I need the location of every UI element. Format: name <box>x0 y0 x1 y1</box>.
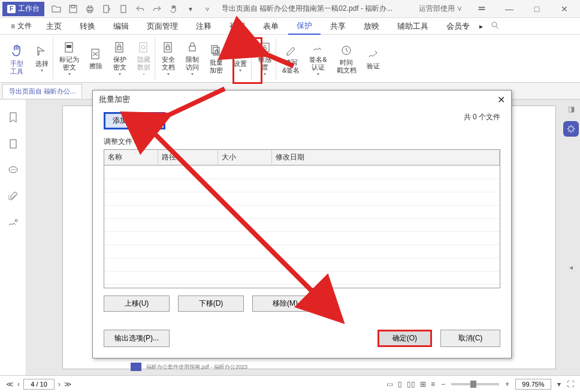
prev-page-icon[interactable]: ‹ <box>17 380 20 388</box>
dropdown-icon[interactable]: ▾ <box>186 4 195 14</box>
menu-home[interactable]: 主页 <box>38 19 70 34</box>
menu-view[interactable]: 视图 <box>221 19 253 34</box>
menu-scroll-right-icon[interactable]: ▸ <box>479 22 483 31</box>
ok-button[interactable]: 确定(O) <box>377 330 432 347</box>
view-two-cont-icon[interactable]: ⊞ <box>420 380 426 388</box>
dialog-close-icon[interactable]: ✕ <box>497 94 505 105</box>
page-icon[interactable] <box>119 4 128 14</box>
ribbon-safe-doc[interactable]: 安全 文档 ▾ <box>158 38 179 80</box>
settings-icon[interactable] <box>473 3 490 15</box>
move-down-button[interactable]: 下移(D) <box>178 295 244 312</box>
last-page-icon[interactable]: ≫ <box>64 380 72 388</box>
safe-doc-label: 安全 文档 <box>162 56 175 71</box>
ribbon: 手型 工具 选择 ▾ 标记为 密文 ▾ 擦除 保护 密文 ▾ 隐藏 数据 ▾ 安… <box>0 35 580 83</box>
verify-icon <box>366 47 380 61</box>
ribbon-erase[interactable]: 擦除 <box>85 38 107 80</box>
maximize-icon[interactable]: □ <box>528 3 545 15</box>
zoom-dropdown-icon[interactable]: ▾ <box>557 380 561 388</box>
file-count-label: 共 0 个文件 <box>464 112 500 122</box>
brand-text: 工作台 <box>18 4 40 14</box>
output-options-button[interactable]: 输出选项(P)... <box>104 330 170 347</box>
fullscreen-icon[interactable]: ⛶ <box>567 380 574 388</box>
save-icon[interactable] <box>68 4 78 14</box>
menu-assist[interactable]: 辅助工具 <box>389 19 437 34</box>
menu-edit[interactable]: 编辑 <box>105 19 137 34</box>
ribbon-hand-tool[interactable]: 手型 工具 <box>5 38 29 80</box>
verify-label: 验证 <box>367 62 380 70</box>
ribbon-protect-secret[interactable]: 保护 密文 ▾ <box>109 38 131 80</box>
ribbon-timestamp[interactable]: 时间 戳文档 <box>333 38 360 80</box>
menu-protect[interactable]: 保护 <box>288 18 321 35</box>
menu-form[interactable]: 表单 <box>255 19 287 34</box>
redo-icon[interactable] <box>152 4 162 14</box>
first-page-icon[interactable]: ≪ <box>6 380 14 388</box>
dialog-titlebar: 批量加密 ✕ <box>93 91 511 108</box>
svg-rect-15 <box>140 43 147 52</box>
col-path[interactable]: 路径 <box>158 150 218 165</box>
page-input[interactable] <box>23 379 55 390</box>
hand-icon[interactable] <box>169 4 179 14</box>
bookmark-icon[interactable] <box>7 111 19 123</box>
menu-page-manage[interactable]: 页面管理 <box>138 19 186 34</box>
signatures-icon[interactable] <box>7 217 19 229</box>
ribbon-batch-encrypt[interactable]: 批量 加密 <box>206 38 227 80</box>
next-page-icon[interactable]: › <box>58 380 61 388</box>
file-menu[interactable]: ≡ 文件 <box>6 19 37 34</box>
zoom-slider[interactable] <box>451 383 499 385</box>
sign-cert-label: 签名& 认证 <box>309 56 327 71</box>
menu-share[interactable]: 共享 <box>322 19 354 34</box>
col-date[interactable]: 修改日期 <box>272 150 500 165</box>
document-tab[interactable]: 导出页面自 福昕办公... <box>2 84 82 98</box>
assistant-icon[interactable] <box>563 121 579 137</box>
safe-doc-icon <box>161 40 176 55</box>
svg-point-9 <box>492 22 497 27</box>
settings-ribbon-label: 设置 <box>234 60 247 68</box>
files-table: 名称 路径 大小 修改日期 <box>104 149 500 288</box>
export-icon[interactable] <box>102 4 111 14</box>
minimize-icon[interactable]: — <box>501 3 518 15</box>
open-icon[interactable] <box>52 4 61 14</box>
col-name[interactable]: 名称 <box>104 150 158 165</box>
right-expand-icon[interactable]: ◂ <box>565 261 577 273</box>
comments-icon[interactable] <box>7 164 19 176</box>
print-icon[interactable] <box>85 4 95 14</box>
left-sidebar <box>0 99 26 375</box>
brand-badge[interactable]: F 工作台 <box>2 2 44 16</box>
ribbon-select[interactable]: 选择 ▾ <box>31 38 53 80</box>
ribbon-restrict[interactable]: 限制 访问 ▾ <box>182 38 203 80</box>
remove-button[interactable]: 移除(M) <box>252 295 318 312</box>
menu-present[interactable]: 放映 <box>355 19 388 34</box>
department-dropdown[interactable]: 运营部使用 ∨ <box>419 4 463 14</box>
panel-toggle-icon[interactable]: ◨ <box>565 103 577 115</box>
protect-secret-label: 保护 密文 <box>113 56 126 71</box>
menu-member[interactable]: 会员专 <box>438 19 478 34</box>
undo-icon[interactable] <box>135 4 145 14</box>
attachments-icon[interactable] <box>7 191 19 203</box>
add-file-button[interactable]: 添加文件(F)... <box>104 112 165 129</box>
ribbon-sensitivity[interactable]: S 敏感 度 ▾ <box>254 38 276 80</box>
ribbon-fill-sign[interactable]: 填写 &签名 <box>279 38 303 80</box>
zoom-out-icon[interactable]: − <box>441 380 445 388</box>
search-icon[interactable] <box>490 20 500 32</box>
ribbon-verify[interactable]: 验证 <box>362 38 384 80</box>
ribbon-settings[interactable]: 设置 ▾ <box>229 38 252 80</box>
zoom-input[interactable] <box>515 379 551 390</box>
move-up-button[interactable]: 上移(U) <box>104 295 170 312</box>
ribbon-mark-secret[interactable]: 标记为 密文 ▾ <box>56 38 83 80</box>
cancel-button[interactable]: 取消(C) <box>440 330 500 347</box>
view-continuous-icon[interactable]: ▯ <box>398 380 402 388</box>
pages-icon[interactable] <box>7 138 19 150</box>
view-two-icon[interactable]: ▯▯ <box>407 380 415 388</box>
status-bar: ≪ ‹ › ≫ ▭ ▯ ▯▯ ⊞ ≡ − + ▾ ⛶ <box>0 375 580 392</box>
col-size[interactable]: 大小 <box>218 150 272 165</box>
menu-convert[interactable]: 转换 <box>71 19 104 34</box>
chevron-down-icon[interactable]: ▿ <box>203 4 212 14</box>
view-reflow-icon[interactable]: ≡ <box>431 380 435 388</box>
erase-icon <box>89 47 103 61</box>
menu-comment[interactable]: 注释 <box>188 19 220 34</box>
view-single-icon[interactable]: ▭ <box>386 380 393 388</box>
zoom-in-icon[interactable]: + <box>505 380 509 388</box>
close-icon[interactable]: ✕ <box>556 3 573 15</box>
ribbon-sign-cert[interactable]: 签名& 认证 ▾ <box>306 38 330 80</box>
table-body[interactable] <box>104 165 500 289</box>
